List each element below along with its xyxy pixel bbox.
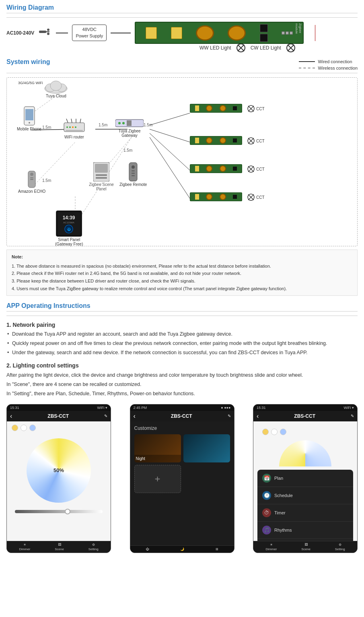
lighting-para-2: In "Scene", there are 4 scene can be rec… [6, 380, 358, 388]
svg-line-15 [150, 133, 190, 170]
screen1-signal: WiFi ▾ [97, 406, 108, 410]
echo-label: Amazon ECHO [18, 189, 45, 194]
brightness-slider[interactable] [15, 510, 103, 513]
strip-coil [220, 194, 226, 200]
strip-cap [195, 105, 199, 111]
svg-line-13 [150, 113, 190, 125]
scene-add-button[interactable]: + [134, 465, 181, 493]
schedule-label: Schedule [274, 493, 293, 498]
settings-timer[interactable]: ⏱ Timer [257, 504, 353, 522]
screen2-edit[interactable]: ✎ [228, 414, 231, 418]
cct-text-4: CCT [256, 195, 265, 200]
mobile-phone-item: Mobile Phone [17, 106, 41, 131]
settings-schedule[interactable]: 🕐 Schedule [257, 487, 353, 504]
timer-icon: ⏱ [262, 508, 271, 517]
cct-text-3: CCT [256, 167, 265, 171]
svg-point-27 [29, 122, 30, 124]
svg-rect-53 [132, 173, 135, 174]
screen1-title: ZBS-CCT [47, 413, 69, 419]
scene-day-card[interactable] [183, 434, 230, 462]
svg-rect-54 [132, 175, 135, 176]
pcb-part [282, 31, 285, 35]
screen3-edit[interactable]: ✎ [351, 414, 354, 418]
screen2-tab-2[interactable]: 🌙 [180, 547, 184, 551]
notes-box: Note: 1. The above distance is measured … [6, 250, 358, 296]
legend-wired-label: Wired connection [318, 59, 352, 64]
svg-rect-45 [30, 179, 33, 180]
pcb-strip-board-3 [190, 164, 242, 173]
screenshot-1-dimmer: 15:31 WiFi ▾ ‹ ZBS-CCT ✎ 50% [6, 404, 111, 553]
screen2-tab-1[interactable]: ⏻ [146, 547, 149, 551]
network-pairing-subsection: 1. Network pairing Download the Tuya APP… [6, 322, 358, 356]
dimmer-label: Dimmer [19, 547, 30, 551]
lighting-para-1: After pairing the light device, click th… [6, 371, 358, 379]
screen1-bottom-bar: ☀ Dimmer 🖼 Scene ⚙ Setting [7, 541, 111, 553]
half-color-wheel [279, 440, 331, 466]
svg-rect-49 [96, 177, 107, 179]
strip-chip [233, 167, 237, 171]
mobile-phone-icon [23, 106, 35, 126]
scene-panel-label: Zigbee Scene Panel [87, 182, 115, 191]
strip-coil [206, 137, 212, 144]
cct-label-4: CCT [247, 194, 265, 201]
screen1-back[interactable]: ‹ [10, 413, 12, 420]
bullet-2: Quickly repeat power on and off five tim… [6, 340, 358, 347]
svg-line-16 [150, 137, 190, 198]
screen2-title: ZBS-CCT [171, 413, 192, 419]
note-3: 3. Please keep the distance between LED … [12, 277, 352, 285]
zigbee-remote-item: Zigbee Remote [119, 162, 147, 187]
app-divider [6, 316, 358, 316]
screen3-tab-setting[interactable]: ⚙ Setting [335, 543, 345, 551]
wiring-divider [6, 17, 358, 18]
rhythms-icon: 🎵 [262, 526, 271, 534]
scene-night-card[interactable]: Night [134, 434, 181, 462]
settings-power-on[interactable]: ⚡ Power-on behavior [257, 539, 353, 541]
svg-rect-50 [129, 163, 137, 181]
settings-rhythms[interactable]: 🎵 Rhythms [257, 522, 353, 539]
svg-point-34 [69, 126, 71, 128]
screen1-edit[interactable]: ✎ [104, 414, 107, 418]
wifi-router-item: WiFi router [63, 118, 85, 139]
zigbee-remote-icon [129, 162, 138, 182]
screen3-back[interactable]: ‹ [257, 413, 259, 420]
screen2-time: 2:45 PM [134, 406, 147, 410]
svg-rect-0 [39, 31, 46, 33]
system-wiring-divider [6, 73, 358, 73]
color-wheel[interactable]: 50% [27, 438, 91, 503]
legend-dashed-line [299, 68, 315, 68]
scene-night-label: Night [134, 455, 181, 462]
legend-wired: Wired connection [299, 59, 358, 64]
svg-point-36 [75, 126, 76, 128]
psu-line2: Power Supply [76, 33, 103, 39]
wiring-diagram-section: Wiring Diagram AC100-240V 48VDC Power Su… [6, 4, 358, 53]
settings-plan[interactable]: 📅 Plan [257, 470, 353, 487]
screen2-nav-bar: ‹ ZBS-CCT ✎ [130, 411, 234, 421]
screen1-tab-scene[interactable]: 🖼 Scene [55, 543, 64, 551]
svg-point-2 [47, 29, 49, 31]
plug-icon [39, 28, 51, 38]
schedule-icon: 🕐 [262, 491, 271, 500]
legend-wireless: Wireless connection [299, 66, 358, 70]
strip-coil [220, 105, 226, 111]
svg-text:⏻: ⏻ [67, 228, 71, 231]
screen2-tab-3[interactable]: ⊞ [216, 547, 218, 551]
svg-rect-39 [127, 120, 132, 126]
setting-icon: ⚙ [92, 543, 95, 547]
strip-coil [220, 137, 226, 144]
timer-label: Timer [274, 510, 286, 515]
screen1-tab-dimmer[interactable]: ☀ Dimmer [19, 543, 30, 551]
svg-point-3 [47, 33, 49, 35]
svg-point-24 [50, 81, 62, 91]
screen2-back[interactable]: ‹ [134, 413, 136, 420]
screen3-tab-scene[interactable]: 🖼 Scene [301, 543, 311, 551]
screen1-tab-setting[interactable]: ⚙ Setting [88, 543, 99, 551]
s3-dot-2 [271, 429, 278, 435]
pcb-strip-board-4 [190, 192, 242, 201]
red-wire [315, 25, 315, 41]
cct-symbol-2 [247, 137, 255, 144]
svg-rect-26 [25, 109, 33, 120]
pcb-coil-1 [196, 25, 214, 41]
mobile-phone-label: Mobile Phone [17, 127, 41, 131]
pcb-chip-1 [260, 24, 268, 32]
screen3-tab-dimmer[interactable]: ☀ Dimmer [265, 543, 277, 551]
